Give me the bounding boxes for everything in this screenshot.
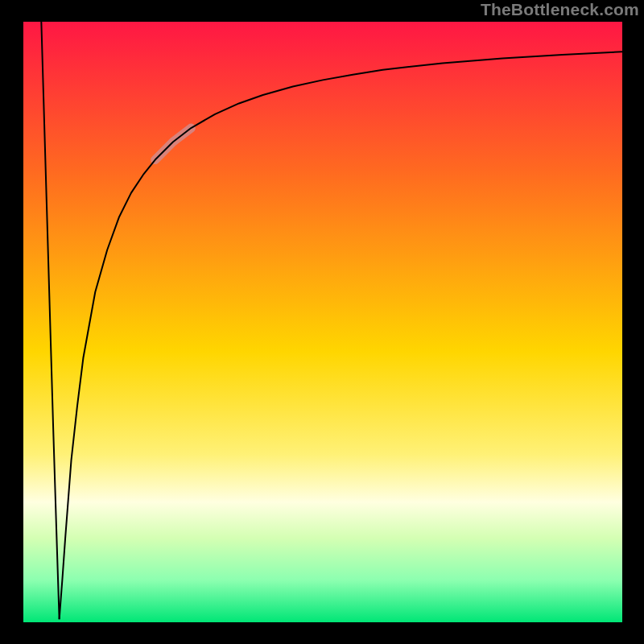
chart-svg: [0, 0, 644, 644]
chart-plot-bg: [23, 22, 622, 622]
watermark-text: TheBottleneck.com: [481, 0, 639, 19]
chart-container: TheBottleneck.com: [0, 0, 644, 644]
